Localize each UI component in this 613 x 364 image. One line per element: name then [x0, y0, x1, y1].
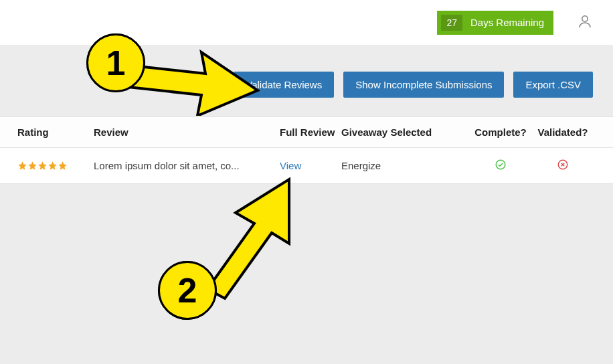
check-circle-icon — [495, 161, 507, 173]
show-incomplete-button[interactable]: Show Incomplete Submissions — [343, 72, 504, 98]
days-remaining-badge: 27 Days Remaining — [437, 11, 553, 35]
svg-point-1 — [496, 160, 505, 169]
header-review: Review — [94, 126, 280, 138]
days-label: Days Remaining — [470, 17, 544, 28]
header-complete: Complete? — [468, 126, 533, 138]
giveaway-cell: Energize — [341, 160, 468, 171]
review-text-cell: Lorem ipsum dolor sit amet, co... — [94, 160, 280, 171]
complete-cell — [468, 159, 533, 173]
svg-point-0 — [582, 15, 588, 21]
validated-cell — [533, 159, 593, 173]
star-rating-icon — [17, 161, 94, 171]
avatar-icon[interactable] — [577, 13, 593, 32]
export-csv-button[interactable]: Export .CSV — [513, 72, 593, 98]
table-row: Lorem ipsum dolor sit amet, co... View E… — [0, 148, 613, 183]
rating-cell — [0, 161, 94, 171]
header-giveaway: Giveaway Selected — [341, 126, 468, 138]
days-count: 27 — [441, 15, 462, 31]
table-header-row: Rating Review Full Review Giveaway Selec… — [0, 117, 613, 148]
header-validated: Validated? — [533, 126, 593, 138]
validate-reviews-button[interactable]: Validate Reviews — [234, 72, 334, 98]
x-circle-icon — [557, 161, 569, 173]
reviews-table: Rating Review Full Review Giveaway Selec… — [0, 116, 613, 184]
header-rating: Rating — [0, 126, 94, 138]
view-full-review-link[interactable]: View — [280, 160, 301, 171]
header-full-review: Full Review — [280, 126, 341, 138]
